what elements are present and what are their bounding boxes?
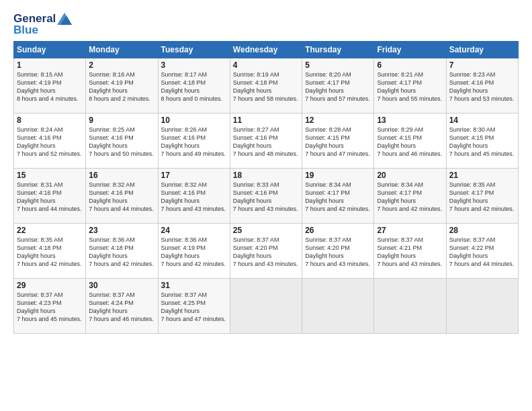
weekday-header-wednesday: Wednesday <box>230 42 302 58</box>
day-number: 10 <box>161 116 227 125</box>
day-detail: Sunrise: 8:30 AMSunset: 4:15 PMDaylight … <box>449 126 515 157</box>
calendar-day-6: 6Sunrise: 8:21 AMSunset: 4:17 PMDaylight… <box>374 58 446 113</box>
calendar-day-20: 20Sunrise: 8:34 AMSunset: 4:17 PMDayligh… <box>374 169 446 224</box>
calendar-day-17: 17Sunrise: 8:32 AMSunset: 4:16 PMDayligh… <box>158 169 230 224</box>
day-detail: Sunrise: 8:23 AMSunset: 4:16 PMDaylight … <box>449 71 515 102</box>
day-number: 19 <box>305 171 371 180</box>
day-detail: Sunrise: 8:36 AMSunset: 4:18 PMDaylight … <box>89 236 154 267</box>
calendar-day-7: 7Sunrise: 8:23 AMSunset: 4:16 PMDaylight… <box>446 58 518 113</box>
day-number: 3 <box>161 60 227 70</box>
day-number: 11 <box>233 116 299 125</box>
day-number: 1 <box>17 60 83 70</box>
calendar-day-11: 11Sunrise: 8:27 AMSunset: 4:16 PMDayligh… <box>230 113 302 169</box>
day-detail: Sunrise: 8:24 AMSunset: 4:16 PMDaylight … <box>17 126 82 157</box>
empty-cell <box>230 279 302 334</box>
day-detail: Sunrise: 8:37 AMSunset: 4:25 PMDaylight … <box>161 291 226 322</box>
calendar-day-31: 31Sunrise: 8:37 AMSunset: 4:25 PMDayligh… <box>158 279 230 334</box>
calendar-day-3: 3Sunrise: 8:17 AMSunset: 4:18 PMDaylight… <box>158 58 230 113</box>
calendar-day-28: 28Sunrise: 8:37 AMSunset: 4:22 PMDayligh… <box>446 224 518 279</box>
calendar-day-22: 22Sunrise: 8:35 AMSunset: 4:18 PMDayligh… <box>14 224 86 279</box>
calendar-day-1: 1Sunrise: 8:15 AMSunset: 4:19 PMDaylight… <box>14 58 86 113</box>
empty-cell <box>446 279 518 334</box>
calendar-day-30: 30Sunrise: 8:37 AMSunset: 4:24 PMDayligh… <box>86 279 158 334</box>
logo-blue: Blue <box>13 24 72 37</box>
day-detail: Sunrise: 8:21 AMSunset: 4:17 PMDaylight … <box>377 71 442 102</box>
day-number: 14 <box>449 116 515 125</box>
day-number: 2 <box>89 60 154 70</box>
calendar-day-10: 10Sunrise: 8:26 AMSunset: 4:16 PMDayligh… <box>158 113 230 169</box>
day-detail: Sunrise: 8:36 AMSunset: 4:19 PMDaylight … <box>161 236 226 267</box>
calendar-day-5: 5Sunrise: 8:20 AMSunset: 4:17 PMDaylight… <box>302 58 374 113</box>
calendar-day-16: 16Sunrise: 8:32 AMSunset: 4:16 PMDayligh… <box>86 169 158 224</box>
empty-cell <box>374 279 446 334</box>
day-detail: Sunrise: 8:16 AMSunset: 4:19 PMDaylight … <box>89 71 150 102</box>
day-number: 20 <box>377 171 443 180</box>
day-number: 9 <box>89 116 154 125</box>
day-number: 31 <box>161 281 227 290</box>
calendar-day-2: 2Sunrise: 8:16 AMSunset: 4:19 PMDaylight… <box>86 58 158 113</box>
day-detail: Sunrise: 8:31 AMSunset: 4:16 PMDaylight … <box>17 181 82 212</box>
day-number: 28 <box>449 226 515 235</box>
weekday-header-friday: Friday <box>374 42 446 58</box>
day-detail: Sunrise: 8:27 AMSunset: 4:16 PMDaylight … <box>233 126 298 157</box>
day-detail: Sunrise: 8:17 AMSunset: 4:18 PMDaylight … <box>161 71 223 102</box>
day-number: 15 <box>17 171 83 180</box>
day-number: 30 <box>89 281 154 290</box>
day-detail: Sunrise: 8:35 AMSunset: 4:17 PMDaylight … <box>449 181 515 212</box>
day-detail: Sunrise: 8:37 AMSunset: 4:24 PMDaylight … <box>89 291 154 322</box>
day-detail: Sunrise: 8:26 AMSunset: 4:16 PMDaylight … <box>161 126 226 157</box>
day-detail: Sunrise: 8:29 AMSunset: 4:15 PMDaylight … <box>377 126 442 157</box>
calendar-day-26: 26Sunrise: 8:37 AMSunset: 4:20 PMDayligh… <box>302 224 374 279</box>
day-number: 16 <box>89 171 154 180</box>
weekday-header-sunday: Sunday <box>14 42 86 58</box>
weekday-header-thursday: Thursday <box>302 42 374 58</box>
calendar-day-18: 18Sunrise: 8:33 AMSunset: 4:16 PMDayligh… <box>230 169 302 224</box>
day-detail: Sunrise: 8:37 AMSunset: 4:20 PMDaylight … <box>233 236 298 267</box>
calendar-day-25: 25Sunrise: 8:37 AMSunset: 4:20 PMDayligh… <box>230 224 302 279</box>
logo: General Blue <box>13 12 72 37</box>
day-detail: Sunrise: 8:37 AMSunset: 4:21 PMDaylight … <box>377 236 442 267</box>
calendar-day-23: 23Sunrise: 8:36 AMSunset: 4:18 PMDayligh… <box>86 224 158 279</box>
day-detail: Sunrise: 8:20 AMSunset: 4:17 PMDaylight … <box>305 71 370 102</box>
day-detail: Sunrise: 8:19 AMSunset: 4:18 PMDaylight … <box>233 71 298 102</box>
day-number: 17 <box>161 171 227 180</box>
day-number: 6 <box>377 60 443 70</box>
weekday-header-saturday: Saturday <box>446 42 518 58</box>
calendar-day-15: 15Sunrise: 8:31 AMSunset: 4:16 PMDayligh… <box>14 169 86 224</box>
day-detail: Sunrise: 8:28 AMSunset: 4:15 PMDaylight … <box>305 126 370 157</box>
empty-cell <box>302 279 374 334</box>
day-detail: Sunrise: 8:37 AMSunset: 4:23 PMDaylight … <box>17 291 82 322</box>
day-number: 12 <box>305 116 371 125</box>
day-number: 27 <box>377 226 443 235</box>
day-detail: Sunrise: 8:15 AMSunset: 4:19 PMDaylight … <box>17 71 79 102</box>
calendar-day-19: 19Sunrise: 8:34 AMSunset: 4:17 PMDayligh… <box>302 169 374 224</box>
day-detail: Sunrise: 8:34 AMSunset: 4:17 PMDaylight … <box>377 181 442 212</box>
day-number: 24 <box>161 226 227 235</box>
calendar-day-13: 13Sunrise: 8:29 AMSunset: 4:15 PMDayligh… <box>374 113 446 169</box>
day-number: 23 <box>89 226 154 235</box>
day-number: 7 <box>449 60 515 70</box>
day-number: 26 <box>305 226 371 235</box>
calendar-day-12: 12Sunrise: 8:28 AMSunset: 4:15 PMDayligh… <box>302 113 374 169</box>
day-detail: Sunrise: 8:33 AMSunset: 4:16 PMDaylight … <box>233 181 298 212</box>
weekday-header-tuesday: Tuesday <box>158 42 230 58</box>
day-detail: Sunrise: 8:37 AMSunset: 4:22 PMDaylight … <box>449 236 515 267</box>
day-detail: Sunrise: 8:32 AMSunset: 4:16 PMDaylight … <box>161 181 226 212</box>
day-number: 5 <box>305 60 371 70</box>
day-detail: Sunrise: 8:32 AMSunset: 4:16 PMDaylight … <box>89 181 154 212</box>
calendar-day-8: 8Sunrise: 8:24 AMSunset: 4:16 PMDaylight… <box>14 113 86 169</box>
calendar-day-29: 29Sunrise: 8:37 AMSunset: 4:23 PMDayligh… <box>14 279 86 334</box>
day-detail: Sunrise: 8:35 AMSunset: 4:18 PMDaylight … <box>17 236 82 267</box>
calendar-day-14: 14Sunrise: 8:30 AMSunset: 4:15 PMDayligh… <box>446 113 518 169</box>
weekday-header-monday: Monday <box>86 42 158 58</box>
day-number: 22 <box>17 226 83 235</box>
calendar-day-21: 21Sunrise: 8:35 AMSunset: 4:17 PMDayligh… <box>446 169 518 224</box>
day-number: 25 <box>233 226 299 235</box>
day-number: 13 <box>377 116 443 125</box>
day-number: 29 <box>17 281 83 290</box>
calendar-day-24: 24Sunrise: 8:36 AMSunset: 4:19 PMDayligh… <box>158 224 230 279</box>
logo-icon <box>57 13 72 25</box>
day-number: 18 <box>233 171 299 180</box>
calendar-day-9: 9Sunrise: 8:25 AMSunset: 4:16 PMDaylight… <box>86 113 158 169</box>
day-number: 4 <box>233 60 299 70</box>
